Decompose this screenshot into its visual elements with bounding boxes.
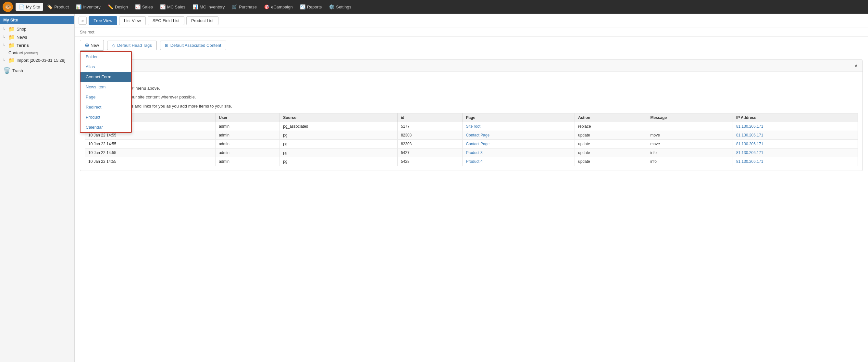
sales-icon: 📈: [135, 4, 141, 9]
collapse-arrow-button[interactable]: »: [79, 17, 87, 25]
cell-id: 82308: [397, 131, 462, 140]
sidebar-item-shop[interactable]: └ 📁 Shop: [0, 25, 74, 33]
cell-message: [647, 122, 733, 131]
cell-ip[interactable]: 81.130.206.171: [733, 131, 858, 140]
cell-page[interactable]: Product 3: [463, 148, 575, 157]
table-row: 26 Dec 22 13:20adminpg_associated5177Sit…: [85, 122, 858, 131]
col-id: id: [397, 113, 462, 122]
sidebar-item-label-import: Import [2020-03-31 15:28]: [17, 58, 65, 63]
tab-list-view[interactable]: List View: [119, 16, 146, 25]
sidebar: My Site └ 📁 Shop └ 📁 News └ 📁 Terms Cont…: [0, 13, 75, 362]
cell-message: move: [647, 140, 733, 148]
cell-user: admin: [216, 157, 280, 166]
cell-action: update: [575, 131, 647, 140]
main-layout: My Site └ 📁 Shop └ 📁 News └ 📁 Terms Cont…: [0, 13, 868, 362]
collapse-chevron-icon[interactable]: ∨: [854, 62, 858, 68]
nav-product[interactable]: 🏷️ Product: [44, 3, 72, 11]
tab-tree-view[interactable]: Tree View: [89, 16, 117, 25]
sidebar-item-label-terms: Terms: [17, 43, 29, 48]
cell-ip[interactable]: 81.130.206.171: [733, 122, 858, 131]
tree-indent-import: └: [3, 58, 8, 62]
dropdown-item-redirect[interactable]: Redirect: [81, 102, 131, 112]
cell-message: move: [647, 131, 733, 140]
new-button[interactable]: ⊕ New: [80, 40, 104, 51]
action-bar: ⊕ New ◇ Default Head Tags ⊞ Default Asso…: [75, 37, 868, 54]
description-3: use folders to organise your site conten…: [85, 94, 858, 101]
content-box-header: s ∨: [80, 60, 863, 72]
cell-source: pg_associated: [280, 122, 398, 131]
col-page: Page: [463, 113, 575, 122]
cell-page[interactable]: Site root: [463, 122, 575, 131]
terms-folder-icon: 📁: [8, 42, 15, 49]
trash-label: Trash: [12, 68, 23, 73]
plus-icon: ⊕: [85, 42, 89, 49]
sidebar-item-contact[interactable]: Contact [contact]: [0, 49, 74, 56]
sidebar-item-label-news: News: [17, 35, 27, 40]
nav-inventory[interactable]: 📊 Inventory: [73, 3, 103, 11]
tab-product-list[interactable]: Product List: [186, 16, 218, 25]
table-row: 10 Jan 22 14:55adminpg5428Product 4updat…: [85, 157, 858, 166]
cell-ip[interactable]: 81.130.206.171: [733, 148, 858, 157]
nav-purchase[interactable]: 🛒 Purchase: [228, 3, 260, 11]
cell-source: pg: [280, 148, 398, 157]
mcsales-icon: 📈: [160, 4, 165, 9]
cell-ip[interactable]: 81.130.206.171: [733, 157, 858, 166]
new-dropdown-menu: Folder Alias Contact Form News Item Page…: [80, 51, 132, 133]
ecampaign-icon: 🎯: [264, 4, 270, 9]
nav-sales[interactable]: 📈 Sales: [132, 3, 156, 11]
cell-action: update: [575, 140, 647, 148]
dropdown-item-folder[interactable]: Folder: [81, 52, 131, 62]
description-1: ent: [85, 76, 858, 83]
nav-mcsales[interactable]: 📈 MC Sales: [157, 3, 189, 11]
cell-source: pg: [280, 140, 398, 148]
trash-icon: 🗑️: [3, 67, 10, 74]
nav-mysite[interactable]: 📄 My Site: [16, 3, 43, 11]
cell-page[interactable]: Product 4: [463, 157, 575, 166]
nav-mcinventory[interactable]: 📊 MC Inventory: [189, 3, 228, 11]
cell-id: 5177: [397, 122, 462, 131]
cell-message: info: [647, 157, 733, 166]
sidebar-item-trash[interactable]: 🗑️ Trash: [0, 66, 74, 75]
tab-seo-field-list[interactable]: SEO Field List: [148, 16, 184, 25]
cell-datetime: 10 Jan 22 14:55: [85, 140, 216, 148]
cell-action: update: [575, 157, 647, 166]
sidebar-header[interactable]: My Site: [0, 16, 74, 24]
description-2: rs by clicking on the "New" menu above.: [85, 85, 858, 92]
cell-ip[interactable]: 81.130.206.171: [733, 140, 858, 148]
cell-page[interactable]: Contact Page: [463, 131, 575, 140]
dropdown-item-contact-form[interactable]: Contact Form: [81, 72, 131, 82]
col-source: Source: [280, 113, 398, 122]
data-table: User Source id Page Action Message IP Ad…: [85, 113, 858, 166]
default-head-tags-button[interactable]: ◇ Default Head Tags: [107, 40, 157, 50]
nav-design[interactable]: ✏️ Design: [104, 3, 131, 11]
dropdown-item-page[interactable]: Page: [81, 92, 131, 102]
sidebar-item-news[interactable]: └ 📁 News: [0, 33, 74, 41]
mysite-icon: 📄: [19, 4, 24, 9]
sidebar-item-sub-contact: [contact]: [24, 51, 38, 55]
import-folder-icon: 📁: [8, 57, 15, 63]
default-associated-content-button[interactable]: ⊞ Default Associated Content: [160, 40, 226, 50]
nav-settings[interactable]: ⚙️ Settings: [326, 3, 354, 11]
dropdown-item-product[interactable]: Product: [81, 112, 131, 122]
cell-page[interactable]: Contact Page: [463, 140, 575, 148]
sidebar-item-terms[interactable]: └ 📁 Terms: [0, 41, 74, 49]
dropdown-item-news-item[interactable]: News Item: [81, 82, 131, 92]
col-user: User: [216, 113, 280, 122]
dropdown-item-calendar[interactable]: Calendar: [81, 122, 131, 132]
mcinventory-icon: 📊: [192, 4, 198, 9]
design-icon: ✏️: [108, 4, 113, 9]
nav-reports[interactable]: 📉 Reports: [297, 3, 325, 11]
sidebar-item-import[interactable]: └ 📁 Import [2020-03-31 15:28]: [0, 56, 74, 64]
table-row: 10 Jan 22 14:55adminpg82308Contact Pageu…: [85, 140, 858, 148]
cell-message: info: [647, 148, 733, 157]
nav-ecampaign[interactable]: 🎯 eCampaign: [261, 3, 296, 11]
associated-content-icon: ⊞: [165, 43, 168, 48]
cell-user: admin: [216, 122, 280, 131]
dropdown-item-alias[interactable]: Alias: [81, 62, 131, 72]
cell-id: 5427: [397, 148, 462, 157]
breadcrumb: Site root: [75, 28, 868, 37]
col-message: Message: [647, 113, 733, 122]
head-tags-icon: ◇: [112, 43, 115, 48]
cell-action: replace: [575, 122, 647, 131]
inventory-icon: 📊: [76, 4, 82, 9]
